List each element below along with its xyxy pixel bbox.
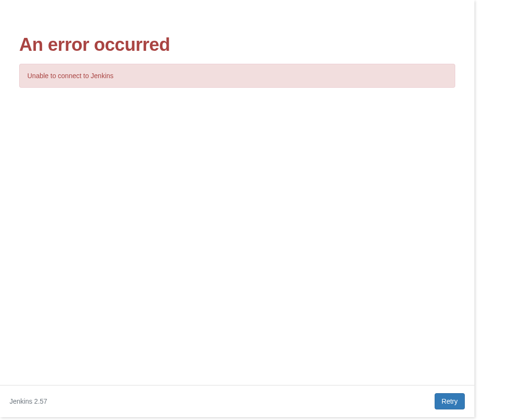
error-alert: Unable to connect to Jenkins (19, 64, 455, 88)
content-area: An error occurred Unable to connect to J… (0, 0, 474, 385)
main-container: An error occurred Unable to connect to J… (0, 0, 474, 417)
version-label: Jenkins 2.57 (10, 397, 47, 405)
error-message: Unable to connect to Jenkins (27, 72, 114, 80)
retry-button[interactable]: Retry (435, 393, 465, 409)
page-title: An error occurred (19, 35, 455, 55)
footer: Jenkins 2.57 Retry (0, 385, 474, 417)
